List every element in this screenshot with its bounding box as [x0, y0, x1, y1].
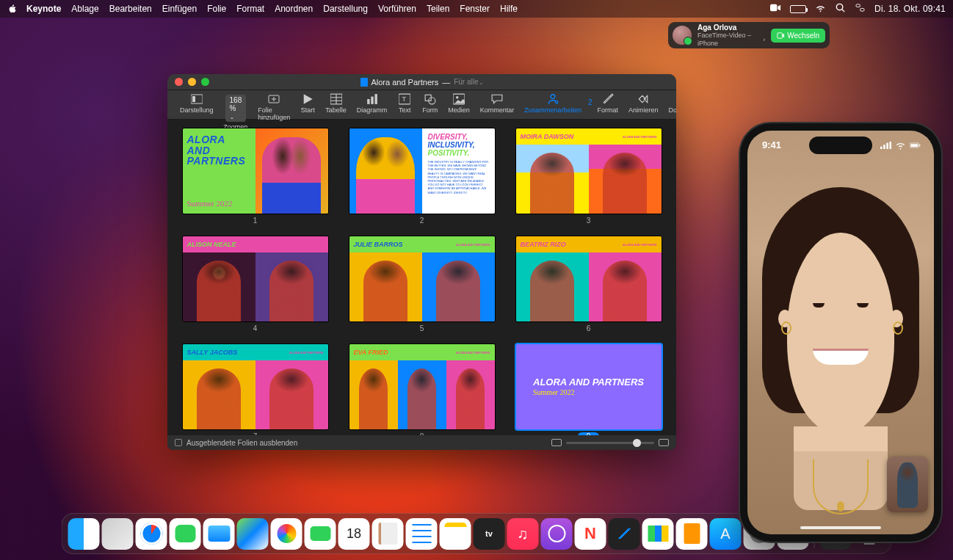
status-area: Di. 18. Okt. 09:41	[770, 2, 946, 15]
facetime-status-icon[interactable]	[770, 2, 781, 15]
menu-item[interactable]: Vorführen	[378, 4, 416, 14]
dock-photos-icon[interactable]	[271, 518, 302, 550]
slide-subtitle: Summer 2022	[187, 199, 251, 208]
zoom-dropdown[interactable]: 168 % ⌄	[225, 95, 247, 122]
slide-thumbnail[interactable]: SALLY JACOBSALORA AND PARTNERS 7	[182, 344, 328, 435]
slide-thumbnail[interactable]: MOIRA DAWSONALORA AND PARTNERS 3	[515, 128, 662, 225]
iphone-screen: 9:41	[747, 131, 934, 534]
svg-rect-28	[886, 143, 888, 149]
share-scope[interactable]: Für alle	[454, 78, 478, 86]
slide-thumbnail[interactable]: ALORA AND PARTNERSSummer 2022 1	[182, 128, 328, 225]
search-icon[interactable]	[835, 2, 846, 15]
dock-notes-icon[interactable]	[440, 518, 471, 550]
keynote-window: Alora and Partners — Für alle⌄ Darstellu…	[167, 74, 676, 450]
dock-reminders-icon[interactable]	[406, 518, 438, 550]
svg-rect-7	[192, 96, 195, 102]
switch-button[interactable]: Wechseln	[771, 29, 825, 43]
dock-safari-icon[interactable]	[136, 518, 167, 550]
zoom-in-icon[interactable]	[659, 439, 669, 446]
facetime-self-view[interactable]	[887, 457, 928, 512]
menu-item[interactable]: Bearbeiten	[109, 4, 152, 14]
document-button[interactable]: Dokument	[664, 93, 676, 114]
menu-item[interactable]: Teilen	[427, 4, 449, 14]
menu-item[interactable]: Hilfe	[500, 4, 518, 14]
dock-appstore-icon[interactable]: A	[710, 518, 742, 550]
minimize-button[interactable]	[188, 78, 196, 86]
dock-tv-icon[interactable]: tv	[474, 518, 505, 550]
slide-thumbnail[interactable]: BEATRIZ RIZOALORA AND PARTNERS 6	[515, 236, 662, 332]
profile-name: BEATRIZ RIZO	[521, 241, 566, 248]
brand-label: ALORA AND PARTNERS	[289, 243, 323, 247]
wifi-icon[interactable]	[815, 2, 826, 15]
svg-rect-32	[919, 145, 920, 147]
traffic-lights	[167, 78, 209, 86]
dock-launchpad-icon[interactable]	[102, 518, 134, 550]
dock-finder-icon[interactable]	[68, 518, 100, 550]
close-button[interactable]	[175, 78, 183, 86]
window-titlebar[interactable]: Alora and Partners — Für alle⌄	[167, 74, 676, 90]
animate-button[interactable]: Animieren	[623, 93, 664, 114]
brand-label: ALORA AND PARTNERS	[289, 351, 323, 354]
hide-skipped-label: Ausgeblendete Folien ausblenden	[186, 439, 297, 447]
media-button[interactable]: Medien	[443, 93, 475, 114]
table-button[interactable]: Tabelle	[320, 93, 352, 114]
brand-label: ALORA AND PARTNERS	[456, 351, 490, 354]
add-slide-button[interactable]: Folie hinzufügen	[253, 93, 295, 121]
slide-title: DIVERSITY,INCLUSIVITY,POSITIVITY.	[428, 133, 489, 157]
dock-pages-icon[interactable]	[676, 518, 708, 550]
svg-rect-16	[371, 97, 373, 104]
brand-label: ALORA AND PARTNERS	[623, 135, 656, 139]
iphone-mockup: 9:41	[740, 123, 941, 542]
slide-thumbnail[interactable]: EVA FRIEDALORA AND PARTNERS 8	[349, 344, 495, 435]
menu-item[interactable]: Fenster	[460, 4, 490, 14]
slide-thumbnail[interactable]: JULIE BARROSALORA AND PARTNERS 5	[349, 236, 495, 332]
view-button[interactable]: Darstellung	[175, 93, 219, 114]
svg-point-23	[456, 96, 458, 98]
comment-button[interactable]: Kommentar	[475, 93, 520, 114]
brand-label: ALORA AND PARTNERS	[623, 243, 656, 247]
menu-item[interactable]: Darstellung	[323, 4, 368, 14]
hide-skipped-checkbox[interactable]	[175, 439, 182, 446]
chart-button[interactable]: Diagramm	[352, 93, 393, 114]
text-button[interactable]: TText	[392, 93, 417, 114]
fullscreen-button[interactable]	[201, 78, 209, 86]
battery-icon[interactable]	[790, 5, 806, 13]
dock-messages-icon[interactable]	[170, 518, 201, 550]
format-button[interactable]: Format	[592, 93, 623, 114]
dock-podcasts-icon[interactable]	[541, 518, 573, 550]
menu-item[interactable]: Ablage	[71, 4, 98, 14]
facetime-handoff-notification[interactable]: Aga Orlova FaceTime-Video – iPhone› Wech…	[668, 22, 830, 48]
dock-contacts-icon[interactable]	[372, 518, 404, 550]
home-indicator[interactable]	[800, 526, 881, 529]
zoom-out-icon[interactable]	[551, 439, 562, 446]
collaborate-button[interactable]: Zusammenarbeiten	[519, 93, 587, 114]
dock-stocks-icon[interactable]	[609, 518, 640, 550]
dock-calendar-icon[interactable]: 18	[338, 518, 370, 550]
dock-facetime-icon[interactable]	[305, 518, 336, 550]
play-button[interactable]: Start	[295, 93, 320, 114]
thumbnail-zoom-slider[interactable]	[566, 442, 654, 444]
svg-rect-31	[910, 144, 918, 147]
dock-news-icon[interactable]	[575, 518, 606, 550]
window-title: Alora and Partners — Für alle⌄	[360, 78, 483, 87]
dock-mail-icon[interactable]	[203, 518, 235, 550]
slide-thumbnail[interactable]: DIVERSITY,INCLUSIVITY,POSITIVITY. THE IN…	[349, 128, 495, 225]
control-center-icon[interactable]	[855, 2, 866, 15]
svg-rect-17	[374, 94, 377, 104]
dock-numbers-icon[interactable]	[642, 518, 674, 550]
apple-menu-icon[interactable]	[7, 4, 18, 14]
menubar-clock[interactable]: Di. 18. Okt. 09:41	[874, 4, 946, 14]
dock-music-icon[interactable]: ♫	[507, 518, 539, 550]
shape-button[interactable]: Form	[417, 93, 443, 114]
slide-thumbnail-selected[interactable]: ALORA AND PARTNERSSummer 2022 9	[515, 344, 662, 435]
menu-item[interactable]: Format	[236, 4, 264, 14]
switch-button-label: Wechseln	[787, 32, 819, 40]
menu-item[interactable]: Folie	[207, 4, 226, 14]
chevron-down-icon[interactable]: ⌄	[479, 79, 484, 86]
menu-app-name[interactable]: Keynote	[26, 4, 61, 14]
menu-item[interactable]: Anordnen	[275, 4, 313, 14]
menu-item[interactable]: Einfügen	[162, 4, 197, 14]
dock-maps-icon[interactable]	[237, 518, 269, 550]
slide-light-table[interactable]: ALORA AND PARTNERSSummer 2022 1 DIVERSIT…	[167, 120, 676, 435]
slide-thumbnail[interactable]: ALISON NEALEALORA AND PARTNERS 4	[182, 236, 328, 332]
